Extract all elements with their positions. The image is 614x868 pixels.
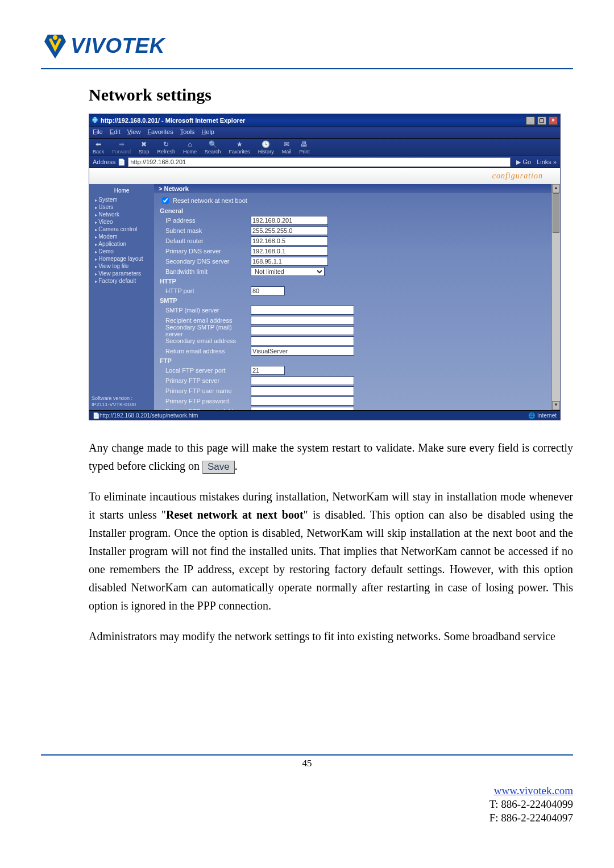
reset-network-checkbox[interactable]	[162, 197, 169, 204]
favorites-button[interactable]: ★Favorites	[229, 140, 250, 155]
svg-point-1	[53, 35, 57, 40]
refresh-button[interactable]: ↻Refresh	[157, 140, 176, 155]
refresh-icon: ↻	[161, 140, 171, 149]
search-button[interactable]: 🔍Search	[205, 140, 221, 155]
http-port-input[interactable]	[251, 286, 285, 295]
footer-rule: 45	[41, 754, 573, 769]
forward-button: ➡Forward	[112, 140, 131, 155]
status-bar: 📄 http://192.168.0.201/setup/network.htm…	[89, 410, 560, 420]
menu-edit[interactable]: Edit	[110, 128, 121, 137]
software-version-label: Software version :	[92, 395, 152, 402]
router-label: Default router	[160, 237, 251, 244]
dns2-input[interactable]	[251, 257, 328, 266]
nav-camera-control[interactable]: Camera control	[92, 226, 152, 233]
nav-system[interactable]: System	[92, 196, 152, 203]
config-banner: configuration	[89, 168, 560, 184]
brand-logo: VIVOTEK	[41, 32, 573, 60]
titlebar: http://192.168.0.201/ - Microsoft Intern…	[89, 114, 560, 127]
stop-button[interactable]: ✖Stop	[139, 140, 150, 155]
mail-button[interactable]: ✉Mail	[282, 140, 292, 155]
nav-view-log[interactable]: View log file	[92, 262, 152, 270]
nav-factory-default[interactable]: Factory default	[92, 277, 152, 285]
nav-network[interactable]: Network	[92, 211, 152, 218]
forward-icon: ➡	[117, 140, 126, 149]
footer-link[interactable]: www.vivotek.com	[494, 784, 573, 796]
scroll-down-icon[interactable]: ▼	[552, 401, 560, 410]
ftp-folder-label: Primary FTP remote folder	[160, 408, 251, 410]
home-icon: ⌂	[185, 140, 194, 149]
menu-help[interactable]: Help	[201, 128, 214, 137]
recipient2-input[interactable]	[251, 336, 354, 345]
menu-tools[interactable]: Tools	[180, 128, 195, 137]
nav-modem[interactable]: Modem	[92, 233, 152, 240]
nav-users[interactable]: Users	[92, 203, 152, 211]
back-button[interactable]: ⬅Back	[93, 140, 104, 155]
smtp2-server-input[interactable]	[251, 326, 354, 335]
software-version-value: IP2111-VVTK-0100	[92, 402, 152, 408]
scroll-up-icon[interactable]: ▲	[552, 184, 560, 193]
return-email-input[interactable]	[251, 347, 354, 356]
menu-favorites[interactable]: Favorites	[147, 128, 173, 137]
footer-tel: T: 886-2-22404099	[489, 798, 573, 810]
ftp-server-input[interactable]	[251, 376, 354, 385]
menu-file[interactable]: File	[93, 128, 103, 137]
section-http: HTTP	[160, 278, 554, 285]
scroll-thumb[interactable]	[553, 193, 559, 233]
search-icon: 🔍	[208, 140, 217, 149]
ftp-user-label: Primary FTP user name	[160, 387, 251, 394]
screenshot-ie-window: http://192.168.0.201/ - Microsoft Intern…	[89, 114, 561, 420]
footer: www.vivotek.com T: 886-2-22404099 F: 886…	[489, 784, 573, 824]
go-button[interactable]: ▶ Go	[516, 158, 531, 166]
page-number: 45	[302, 758, 312, 769]
home-button[interactable]: ⌂Home	[183, 140, 197, 155]
config-panel: > Network Reset network at next boot Gen…	[154, 184, 560, 410]
save-button[interactable]: Save	[202, 461, 235, 474]
dns1-label: Primary DNS server	[160, 248, 251, 254]
ip-input[interactable]	[251, 216, 328, 225]
close-button[interactable]: ×	[549, 116, 558, 125]
ftp-pass-label: Primary FTP password	[160, 398, 251, 404]
http-port-label: HTTP port	[160, 287, 251, 294]
internet-zone-icon: 🌐	[528, 412, 535, 419]
dns1-input[interactable]	[251, 247, 328, 256]
bandwidth-label: Bandwidth limit	[160, 268, 251, 275]
nav-view-params[interactable]: View parameters	[92, 270, 152, 277]
ftp-port-label: Local FTP server port	[160, 367, 251, 374]
address-bar: Address 📄 ▶ Go Links »	[89, 156, 560, 168]
nav-homepage-layout[interactable]: Homepage layout	[92, 255, 152, 262]
smtp-server-input[interactable]	[251, 306, 354, 315]
bandwidth-select[interactable]: Not limited	[251, 267, 325, 276]
page-title: Network settings	[89, 85, 573, 105]
nav-video[interactable]: Video	[92, 218, 152, 226]
recipient2-label: Secondary email address	[160, 337, 251, 344]
subnet-input[interactable]	[251, 226, 328, 235]
ip-label: IP address	[160, 217, 251, 224]
links-button[interactable]: Links »	[537, 158, 557, 165]
ftp-pass-input[interactable]	[251, 397, 354, 406]
nav-demo[interactable]: Demo	[92, 248, 152, 255]
ftp-port-input[interactable]	[251, 366, 285, 375]
menu-view[interactable]: View	[127, 128, 141, 137]
panel-heading: > Network	[154, 184, 560, 193]
stop-icon: ✖	[139, 140, 148, 149]
vertical-scrollbar[interactable]: ▲ ▼	[551, 184, 560, 410]
subnet-label: Subnet mask	[160, 227, 251, 234]
print-button[interactable]: 🖶Print	[299, 140, 310, 155]
sidebar: Home System Users Network Video Camera c…	[89, 184, 154, 410]
header-rule	[41, 68, 573, 69]
history-button[interactable]: 🕓History	[258, 140, 274, 155]
recipient-input[interactable]	[251, 316, 354, 325]
nav-home[interactable]: Home	[92, 187, 152, 196]
ftp-folder-input[interactable]	[251, 407, 354, 410]
paragraph-2: To eliminate incautious mistakes during …	[89, 487, 573, 615]
maximize-button[interactable]: ▢	[537, 116, 546, 125]
print-icon: 🖶	[300, 140, 309, 149]
ftp-user-input[interactable]	[251, 386, 354, 395]
nav-application[interactable]: Application	[92, 240, 152, 248]
minimize-button[interactable]: _	[526, 116, 535, 125]
address-input[interactable]	[128, 157, 511, 167]
router-input[interactable]	[251, 236, 328, 245]
smtp-server-label: SMTP (mail) server	[160, 307, 251, 314]
menubar: File Edit View Favorites Tools Help	[89, 127, 560, 139]
zone-indicator: 🌐 Internet	[528, 412, 557, 419]
